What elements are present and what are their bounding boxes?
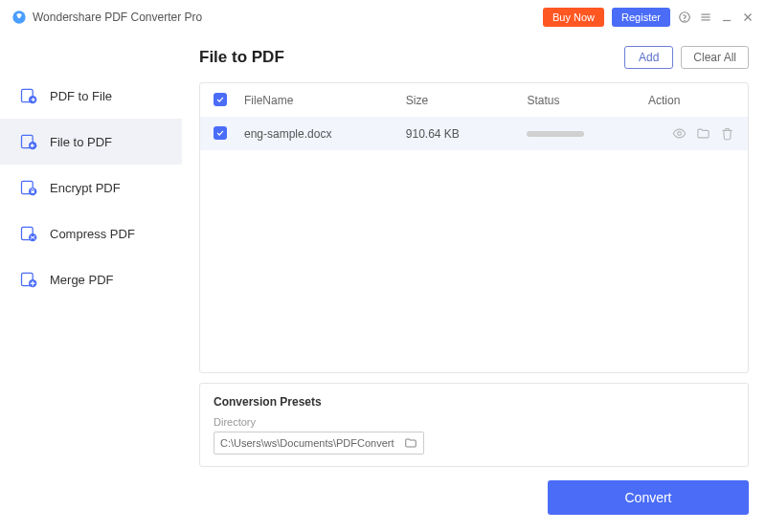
encrypt-pdf-icon bbox=[19, 178, 38, 197]
convert-button[interactable]: Convert bbox=[548, 480, 749, 515]
select-all-checkbox[interactable] bbox=[214, 93, 227, 106]
register-button[interactable]: Register bbox=[612, 8, 670, 27]
table-row[interactable]: eng-sample.docx 910.64 KB bbox=[200, 117, 748, 150]
row-size: 910.64 KB bbox=[406, 127, 528, 141]
merge-pdf-icon bbox=[19, 270, 38, 289]
buy-now-button[interactable]: Buy Now bbox=[543, 8, 604, 27]
convert-row: Convert bbox=[199, 480, 749, 515]
row-checkbox[interactable] bbox=[214, 126, 227, 140]
browse-folder-icon[interactable] bbox=[404, 436, 417, 450]
col-size-header: Size bbox=[406, 94, 528, 107]
help-icon[interactable] bbox=[678, 11, 691, 24]
directory-label: Directory bbox=[214, 416, 734, 428]
app-title: Wondershare PDF Converter Pro bbox=[33, 11, 202, 24]
col-action-header: Action bbox=[648, 94, 734, 107]
pdf-to-file-icon bbox=[19, 86, 38, 105]
delete-icon[interactable] bbox=[720, 126, 734, 141]
directory-input[interactable]: C:\Users\ws\Documents\PDFConvert bbox=[214, 432, 424, 454]
page-title: File to PDF bbox=[199, 48, 284, 67]
directory-row: C:\Users\ws\Documents\PDFConvert bbox=[214, 432, 734, 454]
sidebar: PDF to File File to PDF Encrypt PDF Comp… bbox=[0, 34, 182, 532]
preview-icon[interactable] bbox=[672, 126, 687, 141]
table-header: FileName Size Status Action bbox=[200, 83, 748, 117]
col-filename-header: FileName bbox=[244, 94, 406, 107]
clear-all-button[interactable]: Clear All bbox=[681, 46, 749, 69]
file-table: FileName Size Status Action eng-sample.d… bbox=[199, 82, 749, 373]
sidebar-item-label: Merge PDF bbox=[50, 273, 113, 287]
minimize-icon[interactable] bbox=[720, 11, 733, 24]
add-button[interactable]: Add bbox=[624, 46, 673, 69]
file-to-pdf-icon bbox=[19, 132, 38, 151]
sidebar-item-label: Compress PDF bbox=[50, 227, 135, 241]
row-status bbox=[527, 131, 648, 137]
sidebar-item-pdf-to-file[interactable]: PDF to File bbox=[0, 73, 182, 119]
header-actions: Add Clear All bbox=[624, 46, 749, 69]
close-icon[interactable] bbox=[741, 11, 755, 24]
sidebar-item-compress-pdf[interactable]: Compress PDF bbox=[0, 211, 182, 256]
sidebar-item-merge-pdf[interactable]: Merge PDF bbox=[0, 256, 182, 302]
menu-icon[interactable] bbox=[699, 11, 712, 24]
content-header: File to PDF Add Clear All bbox=[199, 34, 749, 82]
sidebar-item-label: File to PDF bbox=[50, 135, 112, 149]
sidebar-item-encrypt-pdf[interactable]: Encrypt PDF bbox=[0, 165, 182, 211]
progress-bar bbox=[527, 131, 584, 137]
open-folder-icon[interactable] bbox=[696, 126, 710, 141]
row-actions bbox=[648, 126, 734, 141]
presets-title: Conversion Presets bbox=[214, 395, 734, 409]
main: PDF to File File to PDF Encrypt PDF Comp… bbox=[0, 34, 766, 532]
svg-rect-15 bbox=[32, 190, 34, 193]
sidebar-item-label: Encrypt PDF bbox=[50, 181, 121, 195]
row-check bbox=[214, 126, 244, 141]
row-filename: eng-sample.docx bbox=[244, 127, 406, 141]
compress-pdf-icon bbox=[19, 224, 38, 243]
sidebar-item-label: PDF to File bbox=[50, 89, 112, 103]
directory-value: C:\Users\ws\Documents\PDFConvert bbox=[220, 437, 397, 449]
svg-point-2 bbox=[685, 20, 686, 21]
col-status-header: Status bbox=[527, 94, 648, 107]
titlebar: Wondershare PDF Converter Pro Buy Now Re… bbox=[0, 0, 766, 34]
col-check bbox=[214, 93, 244, 107]
svg-point-20 bbox=[678, 132, 682, 136]
app-logo-icon bbox=[11, 10, 27, 25]
titlebar-left: Wondershare PDF Converter Pro bbox=[11, 10, 202, 25]
conversion-presets: Conversion Presets Directory C:\Users\ws… bbox=[199, 383, 749, 467]
sidebar-item-file-to-pdf[interactable]: File to PDF bbox=[0, 119, 182, 165]
content: File to PDF Add Clear All FileName Size … bbox=[182, 34, 766, 532]
titlebar-right: Buy Now Register bbox=[543, 8, 755, 27]
